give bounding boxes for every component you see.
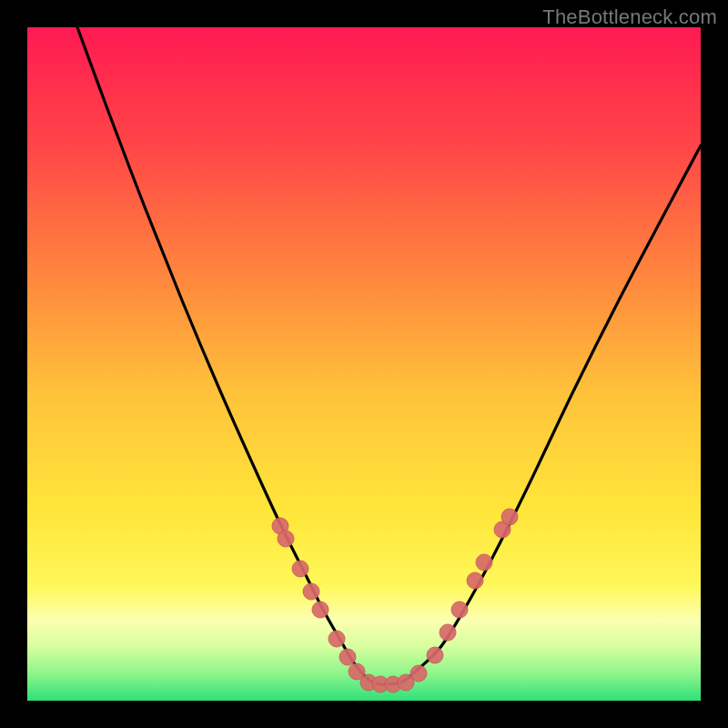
chart-frame — [27, 27, 701, 701]
chart-background-gradient — [27, 27, 701, 701]
watermark-text: TheBottleneck.com — [542, 5, 717, 29]
svg-rect-0 — [27, 27, 701, 701]
